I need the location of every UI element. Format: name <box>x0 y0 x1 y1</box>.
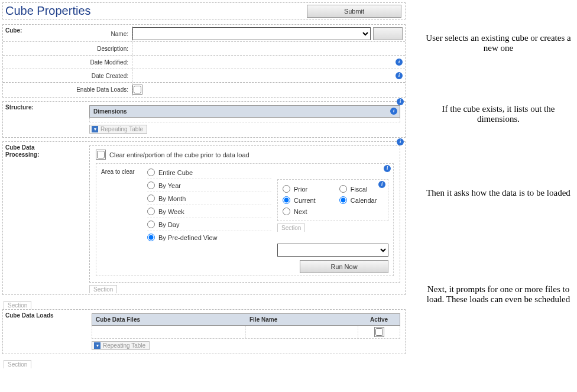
section-tab: Section <box>89 285 117 293</box>
annotation-column: User selects an existing cube or creates… <box>408 0 577 373</box>
loads-section-label: Cube Data Loads <box>3 310 86 322</box>
info-icon[interactable]: i <box>396 72 403 79</box>
info-icon[interactable]: i <box>397 98 404 105</box>
run-now-button[interactable]: Run Now <box>300 260 388 273</box>
info-icon[interactable]: i <box>378 181 385 188</box>
radio-by-view[interactable]: By Pre-defined View <box>147 231 271 244</box>
radio-by-month[interactable]: By Month <box>147 192 271 205</box>
section-tab: Section <box>277 223 305 232</box>
timeframe-calendar-group: i Prior Current Next Fiscal Calendar <box>277 179 388 221</box>
chevron-down-icon: ▾ <box>94 342 101 349</box>
area-radio-group: Entire Cube By Year By Month By Week By … <box>147 166 271 273</box>
radio-entire-cube[interactable]: Entire Cube <box>147 166 271 179</box>
section-tab: Section <box>4 301 31 309</box>
row-active-checkbox[interactable] <box>375 328 383 336</box>
date-created-label: Date Created: <box>3 73 132 79</box>
dimensions-header: Dimensions i <box>89 105 400 118</box>
clear-checkbox-label: Clear entire/portion of the cube prior t… <box>109 151 249 158</box>
radio-by-year[interactable]: By Year <box>147 179 271 192</box>
predefined-view-select[interactable] <box>277 244 388 257</box>
date-modified-label: Date Modified: <box>3 59 132 66</box>
new-cube-button[interactable] <box>373 27 403 40</box>
info-icon[interactable]: i <box>390 108 397 115</box>
radio-fiscal[interactable]: Fiscal <box>339 183 377 195</box>
radio-current[interactable]: Current <box>283 195 316 206</box>
enable-loads-checkbox[interactable] <box>134 86 141 93</box>
processing-section-label: Cube Data Processing: <box>3 142 47 161</box>
repeating-table-tag[interactable]: ▾ Repeating Table <box>89 125 147 134</box>
page-title: Cube Properties <box>5 4 91 18</box>
repeating-table-tag[interactable]: ▾ Repeating Table <box>92 341 150 350</box>
info-icon[interactable]: i <box>396 59 403 66</box>
processing-section: i Cube Data Processing: Clear entire/por… <box>2 141 406 295</box>
radio-prior[interactable]: Prior <box>283 183 316 195</box>
structure-section-label: Structure: <box>3 102 47 114</box>
table-row <box>92 326 400 339</box>
radio-next[interactable]: Next <box>283 206 316 217</box>
chevron-down-icon: ▾ <box>92 126 98 132</box>
description-label: Description: <box>3 46 132 52</box>
loads-table-header: Cube Data Files File Name Active <box>92 313 400 326</box>
radio-by-week[interactable]: By Week <box>147 205 271 218</box>
enable-loads-label: Enable Data Loads: <box>3 86 132 93</box>
submit-button[interactable]: Submit <box>307 5 401 18</box>
name-select[interactable] <box>132 27 371 40</box>
structure-section: i Structure: Dimensions i ▾ Repeating Ta… <box>2 101 406 138</box>
section-tab: Section <box>4 360 31 368</box>
col-file-name: File Name <box>246 314 358 325</box>
annotation-2: If the cube exists, it lists out the dim… <box>426 104 571 124</box>
cube-section-label: Cube: <box>3 25 47 37</box>
cube-section: Cube: Name: Description: Date Modified: … <box>2 24 406 98</box>
annotation-4: Next, it prompts for one or more files t… <box>426 284 571 304</box>
radio-calendar[interactable]: Calendar <box>339 195 377 206</box>
col-active: Active <box>358 314 400 325</box>
area-to-clear-label: Area to clear <box>101 166 147 273</box>
clear-checkbox[interactable] <box>97 151 105 158</box>
radio-by-day[interactable]: By Day <box>147 218 271 231</box>
loads-section: Cube Data Loads Cube Data Files File Nam… <box>2 309 406 354</box>
description-value <box>132 42 405 55</box>
annotation-1: User selects an existing cube or creates… <box>426 33 571 53</box>
title-bar: Cube Properties Submit <box>2 2 406 20</box>
annotation-3: Then it asks how the data is to be loade… <box>426 188 571 198</box>
info-icon[interactable]: i <box>397 138 404 145</box>
dimensions-body <box>89 118 400 122</box>
col-cube-data-files: Cube Data Files <box>92 314 246 325</box>
